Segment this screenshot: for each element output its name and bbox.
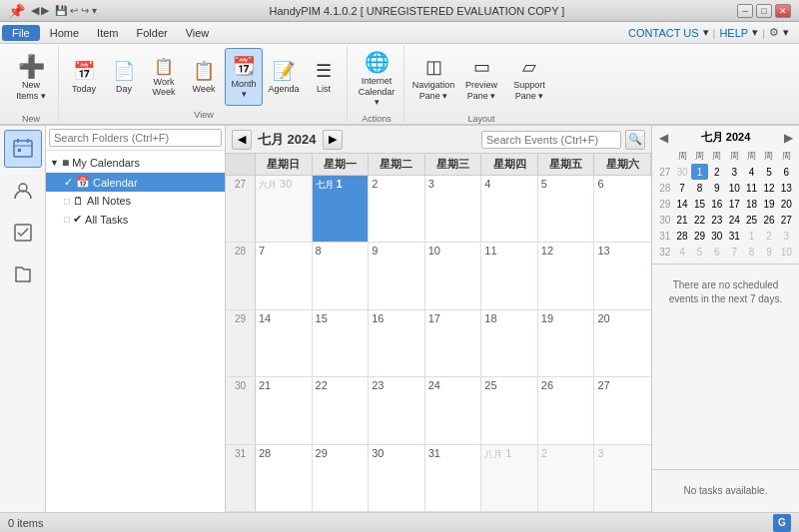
cal-cell-jul8[interactable]: 8 bbox=[313, 243, 370, 308]
cal-cell-aug2[interactable]: 2 bbox=[538, 445, 595, 511]
cal-cell-jul9[interactable]: 9 bbox=[369, 243, 425, 308]
cal-cell-jul13[interactable]: 13 bbox=[594, 243, 651, 308]
mini-cell[interactable]: 13 bbox=[778, 180, 795, 196]
mini-cell[interactable]: 4 bbox=[743, 164, 760, 180]
cal-cell-jul12[interactable]: 12 bbox=[538, 243, 595, 308]
cal-cell-aug1[interactable]: 八月 1 bbox=[481, 445, 538, 511]
work-week-button[interactable]: 📋 WorkWeek bbox=[145, 48, 183, 106]
mini-cell[interactable]: 14 bbox=[673, 196, 690, 212]
cal-cell-jul4[interactable]: 4 bbox=[481, 176, 538, 242]
mini-cell[interactable]: 6 bbox=[708, 244, 725, 260]
today-button[interactable]: 📅 Today bbox=[65, 48, 103, 106]
cal-cell-jul28[interactable]: 28 bbox=[256, 445, 313, 511]
cal-cell-jul15[interactable]: 15 bbox=[313, 310, 370, 376]
new-items-button[interactable]: ➕ NewItems ▾ bbox=[8, 48, 54, 110]
mini-cell[interactable]: 30 bbox=[673, 164, 690, 180]
cal-search-button[interactable]: 🔍 bbox=[625, 130, 645, 150]
cal-cell-jun30[interactable]: 六月 30 bbox=[256, 176, 313, 242]
cal-cell-jul2[interactable]: 2 bbox=[369, 176, 425, 242]
nav-forward[interactable]: ▶ bbox=[41, 4, 49, 17]
menu-item-item[interactable]: Item bbox=[89, 25, 126, 41]
navigation-pane-button[interactable]: ◫ NavigationPane ▾ bbox=[410, 48, 456, 110]
cal-cell-jul23[interactable]: 23 bbox=[369, 377, 425, 443]
maximize-button[interactable]: □ bbox=[756, 4, 772, 18]
mini-cell[interactable]: 7 bbox=[726, 244, 743, 260]
cal-cell-jul30[interactable]: 30 bbox=[369, 445, 425, 511]
cal-cell-jul19[interactable]: 19 bbox=[538, 310, 595, 376]
support-pane-button[interactable]: ▱ SupportPane ▾ bbox=[506, 48, 552, 110]
tree-item-all-tasks[interactable]: □ ✔ All Tasks bbox=[46, 210, 225, 229]
mini-cell[interactable]: 28 bbox=[673, 228, 690, 244]
mini-cell[interactable]: 16 bbox=[708, 196, 725, 212]
cal-cell-jul24[interactable]: 24 bbox=[425, 377, 482, 443]
cal-cell-jul20[interactable]: 20 bbox=[594, 310, 651, 376]
mini-cell[interactable]: 9 bbox=[760, 244, 777, 260]
day-button[interactable]: 📄 Day bbox=[105, 48, 143, 106]
cal-cell-jul18[interactable]: 18 bbox=[481, 310, 538, 376]
cal-cell-jul26[interactable]: 26 bbox=[538, 377, 595, 443]
contact-us-link[interactable]: CONTACT US bbox=[628, 27, 699, 39]
help-link[interactable]: HELP bbox=[719, 27, 748, 39]
menu-item-folder[interactable]: Folder bbox=[128, 25, 175, 41]
mini-cell[interactable]: 22 bbox=[691, 212, 708, 228]
mini-cell[interactable]: 2 bbox=[708, 164, 725, 180]
mini-cell[interactable]: 19 bbox=[760, 196, 777, 212]
mini-cell[interactable]: 1 bbox=[743, 228, 760, 244]
cal-prev-button[interactable]: ◀ bbox=[232, 130, 252, 150]
sidebar-icon-calendar[interactable] bbox=[4, 130, 42, 168]
mini-cell-selected[interactable]: 1 bbox=[691, 164, 708, 180]
minimize-button[interactable]: – bbox=[737, 4, 753, 18]
tree-item-all-notes[interactable]: □ 🗒 All Notes bbox=[46, 192, 225, 210]
cal-next-button[interactable]: ▶ bbox=[323, 130, 343, 150]
cal-cell-jul29[interactable]: 29 bbox=[313, 445, 370, 511]
mini-cell[interactable]: 27 bbox=[778, 212, 795, 228]
mini-cal-prev[interactable]: ◀ bbox=[656, 131, 670, 145]
mini-cell[interactable]: 25 bbox=[743, 212, 760, 228]
mini-cell[interactable]: 10 bbox=[726, 180, 743, 196]
mini-cell[interactable]: 4 bbox=[673, 244, 690, 260]
cal-cell-jul7[interactable]: 7 bbox=[256, 243, 313, 308]
tree-item-calendar[interactable]: ✓ 📅 Calendar bbox=[46, 173, 225, 192]
month-button[interactable]: 📆 Month ▾ bbox=[225, 48, 263, 106]
sidebar-icon-files[interactable] bbox=[4, 256, 42, 293]
cal-cell-jul11[interactable]: 11 bbox=[481, 243, 538, 308]
mini-cell[interactable]: 9 bbox=[708, 180, 725, 196]
week-button[interactable]: 📋 Week bbox=[185, 48, 223, 106]
cal-cell-jul22[interactable]: 22 bbox=[313, 377, 370, 443]
cal-cell-jul10[interactable]: 10 bbox=[425, 243, 482, 308]
mini-cell[interactable]: 15 bbox=[691, 196, 708, 212]
cal-cell-jul3[interactable]: 3 bbox=[425, 176, 482, 242]
cal-cell-jul16[interactable]: 16 bbox=[369, 310, 425, 376]
nav-back[interactable]: ◀ bbox=[31, 4, 39, 17]
mini-cell[interactable]: 8 bbox=[691, 180, 708, 196]
mini-cell[interactable]: 6 bbox=[778, 164, 795, 180]
list-button[interactable]: ☰ List bbox=[305, 48, 343, 106]
cal-cell-jul1[interactable]: 七月 1 bbox=[313, 176, 370, 242]
agenda-button[interactable]: 📝 Agenda bbox=[265, 48, 303, 106]
mini-cell[interactable]: 12 bbox=[760, 180, 777, 196]
cal-search-input[interactable] bbox=[481, 131, 621, 149]
cal-cell-jul14[interactable]: 14 bbox=[256, 310, 313, 376]
cal-cell-jul17[interactable]: 17 bbox=[425, 310, 482, 376]
mini-cell[interactable]: 20 bbox=[778, 196, 795, 212]
mini-cell[interactable]: 8 bbox=[743, 244, 760, 260]
tree-item-root[interactable]: ▼ ■ My Calendars bbox=[46, 153, 225, 173]
internet-calendar-button[interactable]: 🌐 InternetCalendar ▾ bbox=[354, 48, 400, 110]
cal-cell-aug3[interactable]: 3 bbox=[594, 445, 651, 511]
menu-item-file[interactable]: File bbox=[2, 25, 40, 41]
mini-cell[interactable]: 7 bbox=[673, 180, 690, 196]
tree-search-input[interactable] bbox=[49, 129, 222, 147]
sidebar-icon-tasks[interactable] bbox=[4, 214, 42, 252]
mini-cell[interactable]: 21 bbox=[673, 212, 690, 228]
sidebar-icon-contacts[interactable] bbox=[4, 172, 42, 210]
cal-cell-jul21[interactable]: 21 bbox=[256, 377, 313, 443]
mini-cell[interactable]: 5 bbox=[760, 164, 777, 180]
preview-pane-button[interactable]: ▭ PreviewPane ▾ bbox=[458, 48, 504, 110]
cal-cell-jul6[interactable]: 6 bbox=[594, 176, 651, 242]
cal-cell-jul27[interactable]: 27 bbox=[594, 377, 651, 443]
mini-cell[interactable]: 23 bbox=[708, 212, 725, 228]
mini-cell[interactable]: 11 bbox=[743, 180, 760, 196]
mini-cell[interactable]: 10 bbox=[778, 244, 795, 260]
mini-cell[interactable]: 17 bbox=[726, 196, 743, 212]
menu-item-view[interactable]: View bbox=[178, 25, 218, 41]
